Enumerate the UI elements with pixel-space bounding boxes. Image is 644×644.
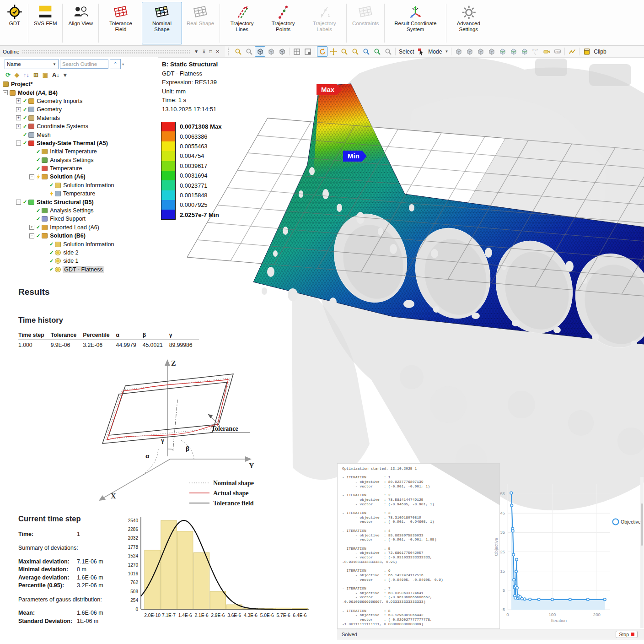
tree-item-side-2[interactable]: ✓side 2 xyxy=(0,249,158,257)
tree-item-temperature[interactable]: ✓Temperature xyxy=(0,164,158,173)
check-icon: ✓ xyxy=(49,241,54,247)
svg-text:6.4E-6: 6.4E-6 xyxy=(293,613,306,618)
tree-item-temperature[interactable]: Temperature xyxy=(0,189,158,198)
tree-expander-icon[interactable]: − xyxy=(29,174,34,179)
tree-item-initial-temperature[interactable]: ✓Initial Temperature xyxy=(0,147,158,156)
shaded-edges-icon[interactable] xyxy=(277,46,287,57)
shaded-exterior-icon[interactable] xyxy=(255,46,265,57)
support-icon xyxy=(42,216,48,222)
tree-expander-icon[interactable]: + xyxy=(16,124,21,129)
tree-item-mesh[interactable]: ✓Mesh xyxy=(0,130,158,139)
panel-menu-caret-icon[interactable]: ▼ xyxy=(192,49,200,54)
close-icon[interactable]: ✕ xyxy=(214,49,221,54)
wireframe-view-icon[interactable] xyxy=(266,46,276,57)
tree-item-analysis-settings[interactable]: ✓Analysis Settings xyxy=(0,206,158,215)
tree-expander-icon[interactable]: + xyxy=(16,98,21,103)
tree-item-gdt-flatness[interactable]: ✓GDT - Flatness xyxy=(0,265,158,274)
toolbar-drag-handle[interactable] xyxy=(228,48,231,55)
ribbon-button-svs[interactable]: SVS FEM xyxy=(30,2,60,44)
zoom-magnifier-icon[interactable] xyxy=(383,46,393,57)
ribbon-button-nom[interactable]: Nominal Shape xyxy=(142,2,182,44)
scrollbar-thumb[interactable] xyxy=(641,503,643,546)
tree-item-solution-information[interactable]: ✓Solution Information xyxy=(0,181,158,189)
tree-expander-icon[interactable]: − xyxy=(3,90,8,95)
sort-az-icon[interactable]: A↓ xyxy=(52,72,59,78)
tree-item-solution-information[interactable]: ✓Solution Information xyxy=(0,240,158,248)
sort-arrows-icon[interactable]: ↑↓ xyxy=(23,72,29,78)
tree-item-side-1[interactable]: ✓side 1 xyxy=(0,257,158,265)
mesh-node-select-icon[interactable] xyxy=(497,46,508,57)
ribbon-button-adv[interactable]: Advanced Settings xyxy=(448,2,488,44)
mesh-element-select-icon[interactable] xyxy=(519,46,530,57)
tree-item-coordinate-systems[interactable]: +✓Coordinate Systems xyxy=(0,122,158,130)
tree-item-materials[interactable]: +✓Materials xyxy=(0,114,158,122)
pin-icon[interactable]: ⊼ xyxy=(200,49,207,54)
vertex-select-icon[interactable] xyxy=(453,46,464,57)
label-probe-icon[interactable] xyxy=(541,46,552,57)
face-select-icon[interactable] xyxy=(475,46,486,57)
maximize-icon[interactable]: □ xyxy=(208,49,214,54)
tree-item-label: Analysis Settings xyxy=(50,157,93,163)
zoom-out-icon[interactable] xyxy=(350,46,360,57)
ribbon-button-tol[interactable]: Tolerance Field xyxy=(101,2,141,44)
tree-expander-icon[interactable]: + xyxy=(16,115,21,120)
tree-item-model-a4-b4[interactable]: −Model (A4, B4) xyxy=(0,88,158,97)
body-select-icon[interactable] xyxy=(486,46,497,57)
tree-expander-icon[interactable]: − xyxy=(29,233,34,238)
viewports-split-icon[interactable] xyxy=(302,46,313,57)
more-caret-icon[interactable]: ▾ xyxy=(64,72,67,78)
mesh-element-face-select-icon[interactable] xyxy=(508,46,519,57)
expand-all-icon[interactable]: ⊞ xyxy=(33,72,38,78)
coordinates-probe-icon[interactable]: X.Y.Z xyxy=(530,46,541,57)
collapse-search-button[interactable]: ⌃ xyxy=(110,59,121,69)
outline-search-input[interactable] xyxy=(60,60,108,69)
folder-filter-icon[interactable]: ▣ xyxy=(43,72,48,78)
tree-item-label: Static Structural (B5) xyxy=(37,199,93,206)
tree-item-solution-a6[interactable]: −Solution (A6) xyxy=(0,173,158,181)
viewports-grid-icon[interactable] xyxy=(291,46,302,57)
clipboard-label[interactable]: Clipb xyxy=(592,49,607,55)
ribbon-button-label: Nominal Shape xyxy=(145,21,178,32)
tree-expander-icon[interactable]: − xyxy=(16,200,21,205)
search-options-caret-icon[interactable]: ▾ xyxy=(122,62,124,66)
zoom-in-icon[interactable] xyxy=(339,46,349,57)
ribbon-button-tlines[interactable]: Trajectory Lines xyxy=(222,2,262,44)
mode-caret-icon[interactable]: ▼ xyxy=(444,49,449,54)
ribbon-button-tpoints[interactable]: Trajectory Points xyxy=(263,2,303,44)
zoom-fit-icon[interactable] xyxy=(372,46,382,57)
zoom-history-forward-icon[interactable] xyxy=(244,46,254,57)
tree-item-static-structural-b5[interactable]: −✓Static Structural (B5) xyxy=(0,198,158,206)
chart-icon[interactable] xyxy=(567,46,577,57)
mode-label[interactable]: Mode xyxy=(427,49,443,55)
ribbon-button-align[interactable]: Align View xyxy=(64,2,97,44)
rotate-mode-icon[interactable] xyxy=(317,46,327,57)
tree-item-project[interactable]: Project* xyxy=(0,80,158,88)
pan-mode-icon[interactable] xyxy=(328,46,338,57)
box-zoom-icon[interactable] xyxy=(361,46,371,57)
tree-item-steady-state-thermal-a5[interactable]: −✓Steady-State Thermal (A5) xyxy=(0,139,158,147)
stop-button[interactable]: Stop xyxy=(616,631,638,638)
tree-item-geometry-imports[interactable]: +✓Geometry Imports xyxy=(0,97,158,105)
tree-item-analysis-settings[interactable]: ✓Analysis Settings xyxy=(0,156,158,164)
tree-item-solution-b6[interactable]: −✓Solution (B6) xyxy=(0,232,158,240)
check-icon: ✓ xyxy=(23,124,27,130)
outline-filter-dropdown[interactable]: Name ▼ xyxy=(5,59,59,69)
tree-item-fixed-support[interactable]: ✓Fixed Support xyxy=(0,215,158,223)
ribbon-button-gdt[interactable]: GDT xyxy=(3,2,26,44)
tree-item-geometry[interactable]: +✓Geometry xyxy=(0,105,158,114)
annotation-probe-icon[interactable]: Abc xyxy=(552,46,563,57)
tree-item-imported-load-a6[interactable]: +✓Imported Load (A6) xyxy=(0,223,158,232)
tree-expander-icon[interactable]: + xyxy=(29,225,34,230)
select-label[interactable]: Select xyxy=(397,49,415,55)
eraser-icon[interactable]: ◆ xyxy=(15,72,19,78)
vertical-scrollbar[interactable] xyxy=(640,477,644,628)
ribbon-button-rcs[interactable]: Result Coordinate System xyxy=(386,2,444,44)
select-cursor-icon[interactable] xyxy=(416,46,426,57)
edge-select-icon[interactable] xyxy=(464,46,475,57)
clipboard-icon[interactable] xyxy=(581,46,592,57)
colorbar-value-label: 0.0023771 xyxy=(180,182,208,189)
zoom-history-back-icon[interactable] xyxy=(233,46,243,57)
refresh-icon[interactable]: ⟳ xyxy=(5,72,11,78)
tree-expander-icon[interactable]: − xyxy=(16,141,21,146)
tree-expander-icon[interactable]: + xyxy=(16,107,21,112)
